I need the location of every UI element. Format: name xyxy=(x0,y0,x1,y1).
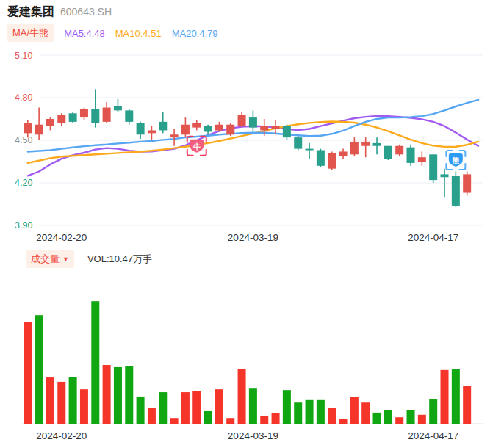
ma-bullbear-label: MA/牛熊 xyxy=(12,26,48,40)
candle[interactable] xyxy=(306,143,314,159)
volume-bar[interactable] xyxy=(170,418,179,424)
legend-ma5[interactable]: MA5:4.48 xyxy=(64,28,105,39)
candle[interactable] xyxy=(103,102,111,123)
candle[interactable] xyxy=(429,154,437,183)
candle-body xyxy=(192,123,201,128)
volume-bar[interactable] xyxy=(35,315,43,424)
candlestick-chart[interactable]: 5.104.804.504.203.90牛熊2024-02-202024-03-… xyxy=(0,44,504,250)
candle-body xyxy=(114,106,122,111)
volume-bar[interactable] xyxy=(294,402,302,424)
candle-body xyxy=(226,125,234,135)
volume-bar[interactable] xyxy=(57,382,65,424)
candle[interactable] xyxy=(215,122,223,132)
candle[interactable] xyxy=(46,117,54,130)
candle[interactable] xyxy=(125,109,133,124)
volume-selector-label: 成交量 xyxy=(31,253,60,266)
volume-bar[interactable] xyxy=(306,400,314,424)
volume-bar[interactable] xyxy=(24,322,32,424)
candle-body xyxy=(125,110,133,121)
volume-bar[interactable] xyxy=(114,367,122,424)
candle[interactable] xyxy=(137,122,145,139)
candle[interactable] xyxy=(407,145,415,166)
candle-body xyxy=(159,122,167,131)
bull-marker[interactable]: 牛 xyxy=(187,137,206,156)
volume-bar[interactable] xyxy=(103,365,111,424)
legend-ma20[interactable]: MA20:4.79 xyxy=(172,28,218,39)
candle[interactable] xyxy=(204,125,212,135)
volume-bar[interactable] xyxy=(69,377,77,424)
volume-bar[interactable] xyxy=(238,369,246,424)
candle[interactable] xyxy=(339,149,348,159)
candle[interactable] xyxy=(57,113,65,126)
candle[interactable] xyxy=(69,112,77,123)
volume-bar[interactable] xyxy=(249,388,257,424)
ma-bullbear-toggle[interactable]: MA/牛熊 xyxy=(7,24,54,42)
volume-bar[interactable] xyxy=(418,415,426,424)
volume-bar[interactable] xyxy=(373,413,381,424)
volume-bar[interactable] xyxy=(361,402,370,424)
candle[interactable] xyxy=(114,99,122,112)
volume-bar[interactable] xyxy=(181,392,190,424)
volume-bar[interactable] xyxy=(452,369,460,424)
volume-bar[interactable] xyxy=(272,413,280,424)
candle-body xyxy=(463,174,471,192)
candle[interactable] xyxy=(452,172,460,207)
volume-bar[interactable] xyxy=(46,377,54,424)
candle[interactable] xyxy=(91,89,99,127)
candle[interactable] xyxy=(170,129,179,146)
candle[interactable] xyxy=(80,108,88,120)
volume-bar[interactable] xyxy=(215,389,223,424)
marker-glyph: 牛 xyxy=(193,142,201,151)
volume-bar[interactable] xyxy=(283,390,291,424)
volume-bar[interactable] xyxy=(137,397,145,424)
volume-bar[interactable] xyxy=(148,408,156,424)
candle[interactable] xyxy=(159,112,167,133)
candle-body xyxy=(181,125,190,135)
candle[interactable] xyxy=(317,149,325,167)
candle[interactable] xyxy=(294,136,302,150)
candle[interactable] xyxy=(226,123,234,136)
volume-bar[interactable] xyxy=(429,399,437,424)
volume-bar[interactable] xyxy=(204,411,212,424)
candle[interactable] xyxy=(418,151,426,165)
volume-bar[interactable] xyxy=(328,408,336,424)
candle-body xyxy=(24,123,32,134)
volume-bar[interactable] xyxy=(260,416,268,424)
volume-bar[interactable] xyxy=(339,419,348,424)
candle[interactable] xyxy=(395,145,403,156)
volume-bar[interactable] xyxy=(384,410,392,424)
volume-selector[interactable]: 成交量 ▼ xyxy=(26,250,74,268)
volume-bar[interactable] xyxy=(80,389,88,424)
x-axis-label: 2024-02-20 xyxy=(36,430,87,441)
volume-bar[interactable] xyxy=(192,391,201,424)
volume-bar[interactable] xyxy=(407,410,415,424)
candle[interactable] xyxy=(192,120,201,131)
candle-body xyxy=(373,143,381,146)
legend-ma10[interactable]: MA10:4.51 xyxy=(115,28,162,39)
candle[interactable] xyxy=(283,125,291,140)
volume-bar[interactable] xyxy=(226,418,234,424)
volume-bar[interactable] xyxy=(317,400,325,424)
volume-bar[interactable] xyxy=(395,417,403,424)
volume-bar[interactable] xyxy=(441,370,449,424)
candle-body xyxy=(452,176,460,206)
volume-bar[interactable] xyxy=(159,392,167,424)
candle[interactable] xyxy=(148,126,156,140)
candle[interactable] xyxy=(384,146,392,160)
bear-marker[interactable]: 熊 xyxy=(446,151,465,170)
candle[interactable] xyxy=(463,172,471,196)
volume-bar[interactable] xyxy=(463,386,471,424)
candle[interactable] xyxy=(328,151,336,170)
candle-body xyxy=(429,154,437,180)
candle-body xyxy=(294,137,302,148)
candle[interactable] xyxy=(249,110,257,131)
candle[interactable] xyxy=(238,112,246,127)
volume-chart[interactable]: 2024-02-202024-03-192024-04-17 xyxy=(0,272,504,445)
candle[interactable] xyxy=(181,117,190,137)
volume-bar[interactable] xyxy=(91,301,99,424)
volume-bar[interactable] xyxy=(350,397,359,424)
candle-body xyxy=(350,142,359,154)
volume-bar[interactable] xyxy=(125,366,133,424)
y-axis-label: 5.10 xyxy=(15,51,32,61)
candle-body xyxy=(272,126,280,129)
